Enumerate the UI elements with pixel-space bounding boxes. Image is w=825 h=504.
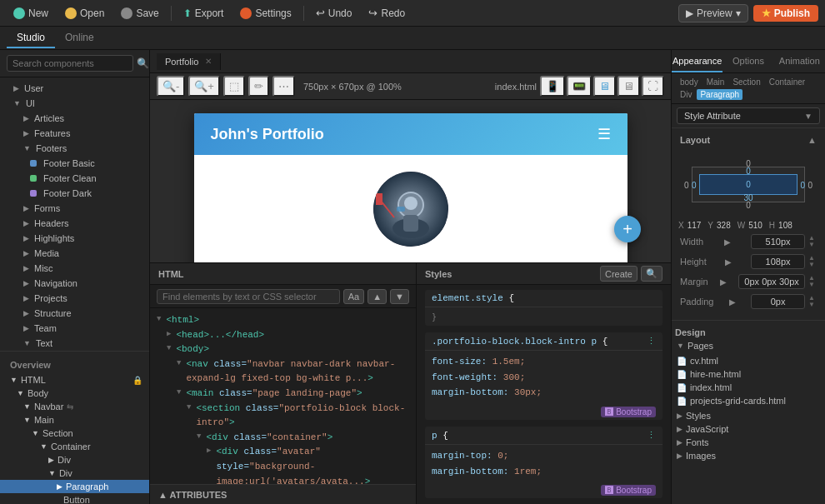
tree-item-div1[interactable]: ▶ Div xyxy=(0,453,149,467)
width-down-button[interactable]: ▼ xyxy=(807,242,817,248)
sidebar-item-forms[interactable]: ▶ Forms xyxy=(0,201,149,216)
canvas-body xyxy=(194,155,628,262)
tab-studio[interactable]: Studio xyxy=(7,28,55,48)
zoom-in-button[interactable]: 🔍+ xyxy=(188,76,220,97)
close-icon[interactable]: ✕ xyxy=(205,57,212,66)
arrow-icon: ▶ xyxy=(23,294,29,302)
html-search-input[interactable] xyxy=(157,289,340,304)
aa-button[interactable]: Aa xyxy=(343,289,364,304)
tab-appearance[interactable]: Appearance xyxy=(672,50,722,72)
tab-online[interactable]: Online xyxy=(55,28,104,48)
width-input[interactable] xyxy=(751,234,805,249)
publish-button[interactable]: ★ Publish xyxy=(753,5,818,22)
bc-body[interactable]: body xyxy=(677,77,702,87)
height-down-button[interactable]: ▼ xyxy=(807,262,817,268)
javascript-arrow-icon: ▶ xyxy=(677,425,682,433)
tree-item-section[interactable]: ▼ Section xyxy=(0,427,149,440)
bc-paragraph[interactable]: Paragraph xyxy=(697,89,742,100)
tree-item-body[interactable]: ▼ Body xyxy=(0,387,149,400)
tab-animation[interactable]: Animation xyxy=(774,50,825,72)
sidebar-item-text[interactable]: ▼ Text xyxy=(0,336,149,351)
search-icon[interactable]: 🔍 xyxy=(137,57,149,69)
sidebar-item-footers[interactable]: ▼ Footers xyxy=(0,141,149,156)
bc-div[interactable]: Div xyxy=(677,89,695,100)
draw-tool[interactable]: ✏ xyxy=(248,76,269,97)
fonts-group[interactable]: ▶ Fonts xyxy=(672,436,825,449)
select-tool[interactable]: ⬚ xyxy=(223,76,245,97)
sidebar-item-team[interactable]: ▶ Team xyxy=(0,321,149,336)
style-prop: margin-bottom: 30px; xyxy=(432,385,656,401)
page-item-cv[interactable]: 📄 cv.html xyxy=(672,354,825,367)
pages-group[interactable]: ▼ Pages xyxy=(672,339,825,352)
tree-item-div2[interactable]: ▼ Div xyxy=(0,467,149,480)
preview-button[interactable]: ▶ Preview ▾ xyxy=(678,4,748,22)
tree-item-main[interactable]: ▼ Main xyxy=(0,413,149,427)
style-menu-icon[interactable]: ⋮ xyxy=(647,336,656,347)
desktop-device-button[interactable]: 🖥 xyxy=(593,76,616,97)
tree-item-button[interactable]: Button xyxy=(0,493,149,504)
sidebar-item-highlights[interactable]: ▶ Highlights xyxy=(0,231,149,246)
bc-container[interactable]: Container xyxy=(766,77,808,87)
page-item-hire-me[interactable]: 📄 hire-me.html xyxy=(672,367,825,381)
tab-options[interactable]: Options xyxy=(722,50,773,72)
sidebar-item-headers[interactable]: ▶ Headers xyxy=(0,216,149,231)
sidebar-item-features[interactable]: ▶ Features xyxy=(0,126,149,141)
bc-main[interactable]: Main xyxy=(703,77,728,87)
up-button[interactable]: ▲ xyxy=(368,289,387,304)
open-button[interactable]: Open xyxy=(58,5,111,22)
sidebar-item-footer-clean[interactable]: Footer Clean xyxy=(0,171,149,186)
fab-button[interactable]: + xyxy=(614,216,641,242)
redo-button[interactable]: ↪ Redo xyxy=(362,4,412,22)
style-menu-icon[interactable]: ⋮ xyxy=(647,430,656,441)
sidebar-item-ui[interactable]: ▼ UI xyxy=(0,96,149,111)
page-item-projects[interactable]: 📄 projects-grid-cards.html xyxy=(672,394,825,407)
images-group[interactable]: ▶ Images xyxy=(672,449,825,462)
padding-input[interactable] xyxy=(751,294,805,309)
canvas-toolbar: 🔍- 🔍+ ⬚ ✏ ⋯ 750px × 670px @ 100% index.h… xyxy=(150,73,671,100)
sidebar-item-projects[interactable]: ▶ Projects xyxy=(0,291,149,306)
more-tools[interactable]: ⋯ xyxy=(272,76,295,97)
javascript-group[interactable]: ▶ JavaScript xyxy=(672,422,825,436)
down-button[interactable]: ▼ xyxy=(390,289,409,304)
style-attribute-dropdown[interactable]: Style Attribute ▼ xyxy=(677,107,820,124)
style-attribute-row: Style Attribute ▼ xyxy=(672,104,825,128)
new-button[interactable]: New xyxy=(7,5,55,22)
layout-toggle[interactable]: ▲ xyxy=(808,135,817,145)
canvas-navbar: John's Portfolio ☰ xyxy=(194,113,628,155)
sidebar-item-articles[interactable]: ▶ Articles xyxy=(0,111,149,126)
widescreen-device-button[interactable]: 🖥 xyxy=(618,76,640,97)
create-style-button[interactable]: Create xyxy=(600,266,638,282)
preview-chevron: ▾ xyxy=(736,7,741,19)
styles-group[interactable]: ▶ Styles xyxy=(672,409,825,422)
tab-bar: Portfolio ✕ xyxy=(150,50,671,73)
sidebar-item-navigation[interactable]: ▶ Navigation xyxy=(0,276,149,291)
file-tab-portfolio[interactable]: Portfolio ✕ xyxy=(157,53,221,70)
bc-section[interactable]: Section xyxy=(729,77,763,87)
tablet-device-button[interactable]: 📟 xyxy=(567,76,592,97)
sidebar-item-footer-dark[interactable]: Footer Dark xyxy=(0,186,149,201)
fullscreen-device-button[interactable]: ⛶ xyxy=(642,76,664,97)
zoom-out-button[interactable]: 🔍- xyxy=(157,76,185,97)
sidebar-item-misc[interactable]: ▶ Misc xyxy=(0,261,149,276)
margin-down-button[interactable]: ▼ xyxy=(807,282,817,288)
save-button[interactable]: Save xyxy=(114,5,165,22)
sidebar-item-footer-basic[interactable]: Footer Basic xyxy=(0,156,149,171)
code-line: ▼ <div class="container"> xyxy=(157,431,409,446)
search-style-button[interactable]: 🔍 xyxy=(641,266,662,282)
page-item-index[interactable]: 📄 index.html xyxy=(672,381,825,394)
tree-item-html[interactable]: ▼ HTML 🔒 xyxy=(0,373,149,387)
search-input[interactable] xyxy=(7,55,133,72)
sidebar-item-media[interactable]: ▶ Media xyxy=(0,246,149,261)
undo-button[interactable]: ↩ Undo xyxy=(309,4,359,22)
settings-button[interactable]: Settings xyxy=(233,5,298,22)
export-button[interactable]: ⬆ Export xyxy=(177,5,231,22)
height-input[interactable] xyxy=(751,254,805,269)
tree-item-container[interactable]: ▼ Container xyxy=(0,440,149,453)
padding-down-button[interactable]: ▼ xyxy=(807,302,817,308)
tree-item-paragraph[interactable]: ▶ Paragraph xyxy=(0,480,149,493)
sidebar-item-user[interactable]: ▶ User xyxy=(0,81,149,96)
tree-item-navbar[interactable]: ▼ Navbar ⇆ xyxy=(0,400,149,413)
mobile-device-button[interactable]: 📱 xyxy=(540,76,565,97)
margin-input[interactable] xyxy=(738,274,805,289)
sidebar-item-structure[interactable]: ▶ Structure xyxy=(0,306,149,321)
